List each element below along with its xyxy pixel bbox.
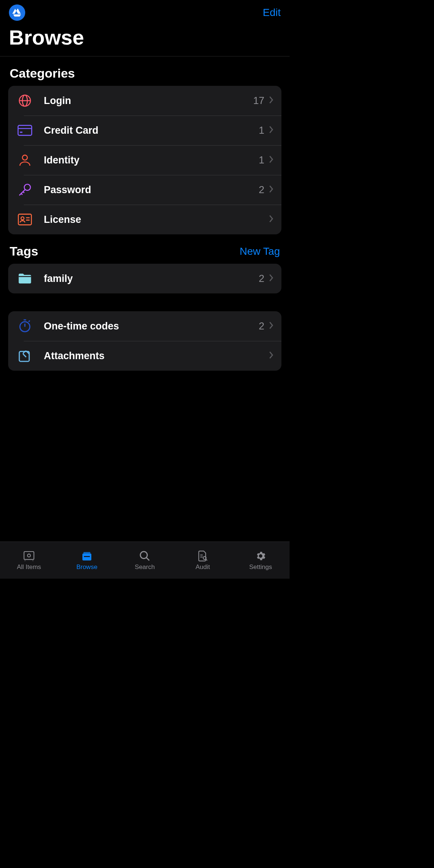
svg-rect-3 [18, 126, 32, 136]
search-icon [138, 550, 151, 562]
row-count: 1 [259, 125, 264, 136]
categories-title: Categories [10, 66, 75, 81]
chevron-right-icon [269, 185, 274, 195]
vault-icon [22, 550, 36, 562]
row-label: One-time codes [44, 321, 259, 332]
svg-point-25 [140, 552, 147, 559]
tab-browse[interactable]: Browse [58, 542, 116, 579]
audit-icon [196, 550, 209, 562]
svg-rect-8 [18, 214, 31, 225]
chevron-right-icon [269, 274, 274, 283]
tab-settings[interactable]: Settings [232, 542, 290, 579]
category-row-identity[interactable]: Identity 1 [8, 145, 281, 175]
new-tag-button[interactable]: New Tag [240, 246, 280, 257]
edit-button[interactable]: Edit [263, 7, 281, 19]
row-count: 2 [259, 321, 264, 332]
svg-rect-24 [84, 556, 90, 557]
tab-all-items[interactable]: All Items [0, 542, 58, 579]
chevron-right-icon [269, 156, 274, 165]
row-label: License [44, 214, 264, 225]
categories-header: Categories [0, 56, 290, 86]
category-row-login[interactable]: Login 17 [8, 86, 281, 116]
utilities-list: One-time codes 2 Attachments [8, 311, 281, 371]
tab-label: Audit [196, 563, 210, 571]
tags-title: Tags [10, 244, 38, 259]
chevron-right-icon [269, 96, 274, 105]
chevron-right-icon [269, 215, 274, 224]
chevron-right-icon [269, 351, 274, 361]
tags-header: Tags New Tag [0, 234, 290, 264]
utility-row-attachments[interactable]: Attachments [8, 341, 281, 371]
svg-point-7 [24, 184, 30, 191]
row-label: Password [44, 184, 259, 196]
tab-audit[interactable]: Audit [174, 542, 232, 579]
tab-label: Browse [76, 563, 98, 571]
paperclip-icon [16, 347, 34, 365]
person-icon [16, 151, 34, 169]
row-count: 2 [259, 184, 264, 196]
row-count: 17 [253, 95, 264, 107]
tags-list: family 2 [8, 264, 281, 293]
svg-rect-5 [20, 131, 23, 133]
globe-icon [16, 91, 34, 110]
svg-rect-23 [84, 552, 91, 553]
categories-list: Login 17 Credit Card 1 Identity 1 [8, 86, 281, 234]
tab-label: Search [135, 563, 155, 571]
svg-point-6 [22, 155, 27, 160]
browse-icon [80, 550, 94, 562]
svg-point-9 [21, 217, 24, 220]
row-label: Credit Card [44, 125, 259, 136]
folder-icon [16, 269, 34, 288]
row-label: Identity [44, 155, 259, 166]
row-label: family [44, 273, 259, 285]
svg-rect-22 [82, 553, 91, 560]
svg-line-26 [146, 557, 149, 560]
chevron-right-icon [269, 322, 274, 331]
category-row-password[interactable]: Password 2 [8, 175, 281, 205]
utility-row-otp[interactable]: One-time codes 2 [8, 311, 281, 341]
drive-triangle-icon [12, 7, 22, 18]
id-card-icon [16, 210, 34, 229]
tab-label: Settings [249, 563, 272, 571]
tab-bar: All Items Browse Search Audit [0, 542, 290, 579]
tab-search[interactable]: Search [116, 542, 174, 579]
row-count: 1 [259, 155, 264, 166]
svg-rect-18 [24, 552, 34, 559]
tag-row-family[interactable]: family 2 [8, 264, 281, 293]
row-label: Login [44, 95, 253, 107]
category-row-license[interactable]: License [8, 205, 281, 234]
gear-icon [254, 550, 267, 562]
svg-point-19 [27, 554, 30, 557]
key-icon [16, 181, 34, 199]
google-drive-icon[interactable] [9, 4, 25, 21]
svg-line-16 [29, 321, 30, 322]
page-title: Browse [0, 21, 290, 56]
svg-rect-12 [19, 276, 31, 277]
tab-label: All Items [17, 563, 41, 571]
category-row-credit-card[interactable]: Credit Card 1 [8, 116, 281, 145]
row-count: 2 [259, 273, 264, 285]
row-label: Attachments [44, 350, 264, 362]
credit-card-icon [16, 121, 34, 140]
stopwatch-icon [16, 317, 34, 335]
chevron-right-icon [269, 126, 274, 135]
